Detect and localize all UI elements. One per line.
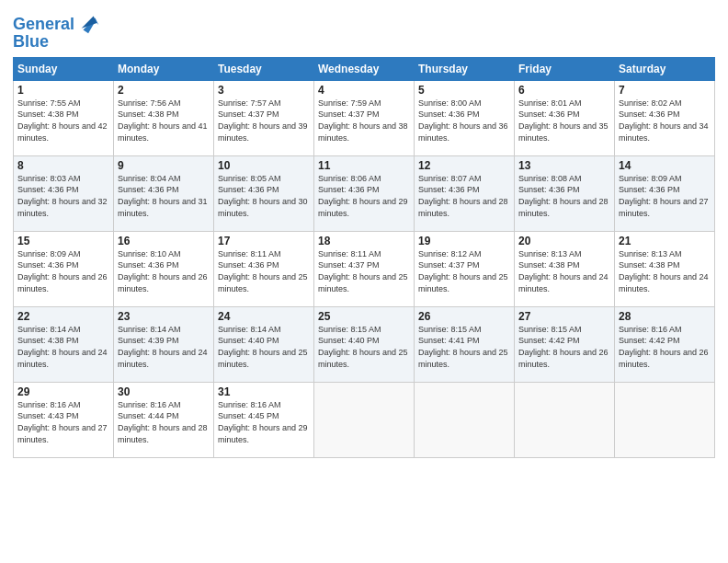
logo-icon xyxy=(76,11,102,37)
day-info: Sunrise: 7:59 AMSunset: 4:37 PMDaylight:… xyxy=(318,98,410,144)
day-info: Sunrise: 8:12 AMSunset: 4:37 PMDaylight:… xyxy=(418,248,510,294)
day-number: 22 xyxy=(17,310,109,323)
day-info: Sunrise: 8:11 AMSunset: 4:37 PMDaylight:… xyxy=(318,248,410,294)
logo-text: General xyxy=(13,16,74,34)
day-info: Sunrise: 8:07 AMSunset: 4:36 PMDaylight:… xyxy=(418,173,510,219)
day-info: Sunrise: 7:55 AMSunset: 4:38 PMDaylight:… xyxy=(17,98,109,144)
calendar-cell xyxy=(415,382,515,457)
day-info: Sunrise: 8:16 AMSunset: 4:42 PMDaylight:… xyxy=(619,324,711,370)
day-number: 7 xyxy=(619,84,711,97)
calendar-cell: 12Sunrise: 8:07 AMSunset: 4:36 PMDayligh… xyxy=(415,155,515,231)
calendar-cell: 10Sunrise: 8:05 AMSunset: 4:36 PMDayligh… xyxy=(214,155,314,231)
day-info: Sunrise: 8:09 AMSunset: 4:36 PMDaylight:… xyxy=(619,173,711,219)
calendar-cell: 23Sunrise: 8:14 AMSunset: 4:39 PMDayligh… xyxy=(114,306,214,382)
week-row-3: 15Sunrise: 8:09 AMSunset: 4:36 PMDayligh… xyxy=(14,231,715,306)
header: General Blue xyxy=(13,9,715,52)
day-number: 1 xyxy=(17,84,109,97)
calendar-cell: 27Sunrise: 8:15 AMSunset: 4:42 PMDayligh… xyxy=(515,306,615,382)
calendar-cell: 4Sunrise: 7:59 AMSunset: 4:37 PMDaylight… xyxy=(314,80,415,155)
day-info: Sunrise: 8:11 AMSunset: 4:36 PMDaylight:… xyxy=(218,248,310,294)
logo-text2: Blue xyxy=(13,33,49,52)
col-thursday: Thursday xyxy=(415,57,515,80)
calendar-cell: 22Sunrise: 8:14 AMSunset: 4:38 PMDayligh… xyxy=(14,306,114,382)
day-number: 10 xyxy=(218,159,310,172)
day-info: Sunrise: 8:13 AMSunset: 4:38 PMDaylight:… xyxy=(518,248,610,294)
day-info: Sunrise: 8:14 AMSunset: 4:38 PMDaylight:… xyxy=(17,324,109,370)
day-number: 11 xyxy=(318,159,410,172)
day-number: 29 xyxy=(17,385,109,398)
day-number: 13 xyxy=(518,159,610,172)
calendar-cell: 5Sunrise: 8:00 AMSunset: 4:36 PMDaylight… xyxy=(415,80,515,155)
col-tuesday: Tuesday xyxy=(214,57,314,80)
day-info: Sunrise: 8:05 AMSunset: 4:36 PMDaylight:… xyxy=(218,173,310,219)
calendar-cell: 31Sunrise: 8:16 AMSunset: 4:45 PMDayligh… xyxy=(214,382,314,457)
col-wednesday: Wednesday xyxy=(314,57,415,80)
page: General Blue Sunday Monday Tuesday xyxy=(0,0,728,563)
day-info: Sunrise: 8:16 AMSunset: 4:45 PMDaylight:… xyxy=(218,399,310,445)
logo: General Blue xyxy=(13,13,102,52)
calendar-cell: 3Sunrise: 7:57 AMSunset: 4:37 PMDaylight… xyxy=(214,80,314,155)
day-number: 17 xyxy=(218,235,310,247)
calendar-cell: 8Sunrise: 8:03 AMSunset: 4:36 PMDaylight… xyxy=(14,155,114,231)
calendar-cell: 28Sunrise: 8:16 AMSunset: 4:42 PMDayligh… xyxy=(615,306,715,382)
calendar-cell xyxy=(515,382,615,457)
day-number: 16 xyxy=(118,235,210,247)
day-number: 30 xyxy=(118,385,210,398)
day-number: 5 xyxy=(418,84,510,97)
header-row: Sunday Monday Tuesday Wednesday Thursday… xyxy=(14,57,715,80)
day-info: Sunrise: 8:04 AMSunset: 4:36 PMDaylight:… xyxy=(118,173,210,219)
day-info: Sunrise: 8:15 AMSunset: 4:41 PMDaylight:… xyxy=(418,324,510,370)
calendar-cell xyxy=(615,382,715,457)
day-info: Sunrise: 8:06 AMSunset: 4:36 PMDaylight:… xyxy=(318,173,410,219)
calendar-cell: 30Sunrise: 8:16 AMSunset: 4:44 PMDayligh… xyxy=(114,382,214,457)
calendar-cell: 29Sunrise: 8:16 AMSunset: 4:43 PMDayligh… xyxy=(14,382,114,457)
day-number: 26 xyxy=(418,310,510,323)
calendar-cell: 7Sunrise: 8:02 AMSunset: 4:36 PMDaylight… xyxy=(615,80,715,155)
day-info: Sunrise: 8:02 AMSunset: 4:36 PMDaylight:… xyxy=(619,98,711,144)
day-info: Sunrise: 8:09 AMSunset: 4:36 PMDaylight:… xyxy=(17,248,109,294)
day-number: 23 xyxy=(118,310,210,323)
calendar-cell xyxy=(314,382,415,457)
calendar-cell: 20Sunrise: 8:13 AMSunset: 4:38 PMDayligh… xyxy=(515,231,615,306)
week-row-4: 22Sunrise: 8:14 AMSunset: 4:38 PMDayligh… xyxy=(14,306,715,382)
day-info: Sunrise: 8:01 AMSunset: 4:36 PMDaylight:… xyxy=(518,98,610,144)
day-number: 8 xyxy=(17,159,109,172)
day-info: Sunrise: 8:16 AMSunset: 4:44 PMDaylight:… xyxy=(118,399,210,445)
day-info: Sunrise: 7:56 AMSunset: 4:38 PMDaylight:… xyxy=(118,98,210,144)
day-info: Sunrise: 8:13 AMSunset: 4:38 PMDaylight:… xyxy=(619,248,711,294)
calendar-cell: 16Sunrise: 8:10 AMSunset: 4:36 PMDayligh… xyxy=(114,231,214,306)
calendar-cell: 14Sunrise: 8:09 AMSunset: 4:36 PMDayligh… xyxy=(615,155,715,231)
calendar-cell: 2Sunrise: 7:56 AMSunset: 4:38 PMDaylight… xyxy=(114,80,214,155)
day-number: 27 xyxy=(518,310,610,323)
day-number: 28 xyxy=(619,310,711,323)
calendar-cell: 17Sunrise: 8:11 AMSunset: 4:36 PMDayligh… xyxy=(214,231,314,306)
calendar-cell: 1Sunrise: 7:55 AMSunset: 4:38 PMDaylight… xyxy=(14,80,114,155)
calendar-cell: 21Sunrise: 8:13 AMSunset: 4:38 PMDayligh… xyxy=(615,231,715,306)
day-info: Sunrise: 7:57 AMSunset: 4:37 PMDaylight:… xyxy=(218,98,310,144)
day-number: 9 xyxy=(118,159,210,172)
day-number: 25 xyxy=(318,310,410,323)
day-info: Sunrise: 8:00 AMSunset: 4:36 PMDaylight:… xyxy=(418,98,510,144)
day-info: Sunrise: 8:15 AMSunset: 4:42 PMDaylight:… xyxy=(518,324,610,370)
day-info: Sunrise: 8:14 AMSunset: 4:40 PMDaylight:… xyxy=(218,324,310,370)
day-number: 14 xyxy=(619,159,711,172)
calendar-cell: 26Sunrise: 8:15 AMSunset: 4:41 PMDayligh… xyxy=(415,306,515,382)
day-number: 3 xyxy=(218,84,310,97)
col-saturday: Saturday xyxy=(615,57,715,80)
calendar-cell: 24Sunrise: 8:14 AMSunset: 4:40 PMDayligh… xyxy=(214,306,314,382)
day-number: 6 xyxy=(518,84,610,97)
calendar-cell: 13Sunrise: 8:08 AMSunset: 4:36 PMDayligh… xyxy=(515,155,615,231)
day-number: 21 xyxy=(619,235,711,247)
calendar-cell: 15Sunrise: 8:09 AMSunset: 4:36 PMDayligh… xyxy=(14,231,114,306)
day-number: 12 xyxy=(418,159,510,172)
day-number: 20 xyxy=(518,235,610,247)
calendar-cell: 6Sunrise: 8:01 AMSunset: 4:36 PMDaylight… xyxy=(515,80,615,155)
day-info: Sunrise: 8:03 AMSunset: 4:36 PMDaylight:… xyxy=(17,173,109,219)
calendar-cell: 19Sunrise: 8:12 AMSunset: 4:37 PMDayligh… xyxy=(415,231,515,306)
day-number: 2 xyxy=(118,84,210,97)
day-number: 31 xyxy=(218,385,310,398)
calendar-cell: 9Sunrise: 8:04 AMSunset: 4:36 PMDaylight… xyxy=(114,155,214,231)
week-row-2: 8Sunrise: 8:03 AMSunset: 4:36 PMDaylight… xyxy=(14,155,715,231)
calendar-cell: 25Sunrise: 8:15 AMSunset: 4:40 PMDayligh… xyxy=(314,306,415,382)
day-number: 15 xyxy=(17,235,109,247)
